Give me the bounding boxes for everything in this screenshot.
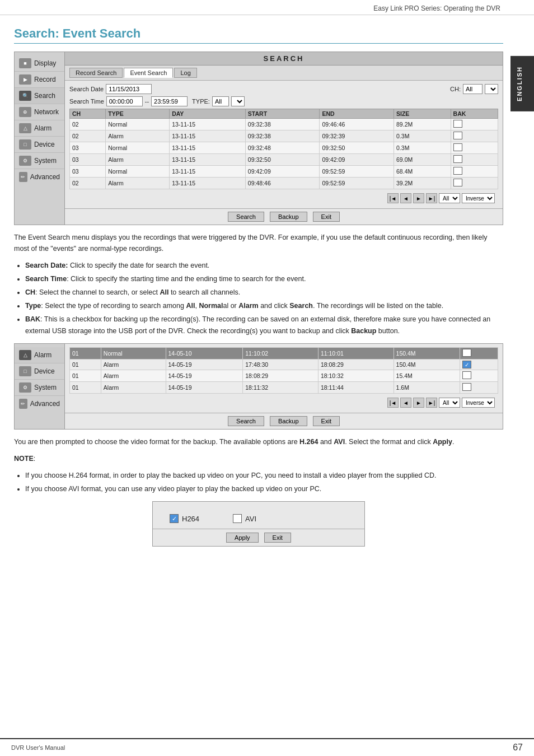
footer-manual-label: DVR User's Manual (11, 744, 65, 751)
nav2-first[interactable]: |◄ (387, 398, 399, 408)
bullet-bak: BAK: This is a checkbox for backing up t… (25, 314, 503, 338)
col-bak: BAK (451, 109, 498, 119)
table-row: 02Normal13-11-1509:32:3809:46:4689.2M (70, 119, 498, 130)
table-row: 03Normal13-11-1509:42:0909:52:5968.4M (70, 166, 498, 178)
dvr-sidebar-1: ■ Display ▶ Record 🔍 Search ⊕ Network △ … (15, 52, 65, 225)
bullet-search-date: Search Date: Click to specify the date f… (25, 260, 503, 272)
sidebar-label-advanced: Advanced (30, 173, 60, 181)
sidebar2-label-advanced: Advanced (30, 400, 60, 408)
type-label: TYPE: (192, 98, 210, 105)
tab-event-search[interactable]: Event Search (124, 68, 173, 78)
avi-checkbox[interactable] (233, 514, 242, 523)
col-size: SIZE (394, 109, 451, 119)
sidebar-label-display: Display (34, 59, 56, 67)
network-icon: ⊕ (19, 107, 31, 117)
format-dialog: ✓ H264 AVI Apply Exit (152, 501, 365, 547)
nav-bar-2: |◄ ◄ ► ►| All Inverse (69, 396, 498, 409)
bak-checkbox[interactable] (453, 179, 462, 186)
col-ch: CH (70, 109, 106, 119)
bak-checkbox[interactable] (453, 132, 462, 139)
dvr-main-2: 01 Normal 14-05-10 11:10:02 11:10:01 150… (65, 344, 503, 429)
type-select[interactable]: ▼ (231, 96, 245, 106)
nav2-select-all[interactable]: All (439, 398, 460, 408)
format-exit-button[interactable]: Exit (264, 533, 291, 543)
bak-checkbox[interactable] (453, 167, 462, 175)
tab-record-search[interactable]: Record Search (69, 68, 123, 78)
nav2-select-inverse[interactable]: Inverse (462, 398, 495, 408)
apply-button[interactable]: Apply (226, 533, 259, 543)
note-header: NOTE: (14, 453, 503, 464)
search-date-input[interactable] (106, 84, 152, 94)
backup-button[interactable]: Backup (270, 212, 307, 222)
sidebar2-item-alarm[interactable]: △ Alarm (15, 347, 64, 363)
tab-log[interactable]: Log (174, 68, 196, 78)
nav-prev[interactable]: ◄ (400, 193, 411, 203)
search-button-2[interactable]: Search (228, 416, 264, 426)
sidebar2-label-alarm: Alarm (34, 351, 51, 359)
ch-select[interactable]: ▼ (485, 84, 498, 94)
sidebar-label-search: Search (34, 92, 55, 100)
bak-checkbox-checked[interactable]: ✓ (462, 361, 471, 368)
type-input[interactable] (212, 96, 229, 106)
sidebar-item-display[interactable]: ■ Display (15, 55, 64, 72)
h264-option[interactable]: ✓ H264 (170, 514, 199, 523)
bullet-type: Type: Select the type of recording to se… (25, 300, 503, 312)
dvr-tabs: Record Search Event Search Log (65, 66, 503, 81)
nav2-last[interactable]: ►| (426, 398, 437, 408)
page-number: 67 (513, 743, 523, 753)
nav-first[interactable]: |◄ (387, 193, 399, 203)
search-time-start[interactable] (106, 96, 143, 106)
bak-checkbox[interactable] (462, 383, 471, 391)
sidebar2-item-system[interactable]: ⚙ System (15, 380, 64, 396)
format-bottom-bar: Apply Exit (153, 529, 364, 546)
dvr-panel-2: △ Alarm □ Device ⚙ System ✏ Advanced (14, 343, 503, 430)
language-tab: ENGLISH (510, 56, 534, 111)
nav-select-inverse[interactable]: Inverse (462, 193, 495, 203)
table-row: 01Alarm14-05-1917:48:3018:08:29150.4M ✓ (70, 360, 498, 370)
sidebar-item-advanced[interactable]: ✏ Advanced (15, 169, 64, 185)
bak-checkbox[interactable] (453, 120, 462, 128)
search-time-label: Search Time (69, 98, 104, 105)
header-title: Easy Link PRO Series: Operating the DVR (373, 4, 500, 12)
nav-select-all[interactable]: All (439, 193, 460, 203)
dvr-panel-1: ■ Display ▶ Record 🔍 Search ⊕ Network △ … (14, 52, 503, 225)
sidebar-item-record[interactable]: ▶ Record (15, 72, 64, 88)
col-start: START (245, 109, 320, 119)
bak-checkbox[interactable] (462, 371, 471, 379)
sidebar-label-record: Record (34, 76, 56, 83)
sidebar-item-system[interactable]: ⚙ System (15, 153, 64, 169)
search-button[interactable]: Search (228, 212, 264, 222)
exit-button[interactable]: Exit (313, 212, 340, 222)
sidebar-item-search[interactable]: 🔍 Search (15, 88, 64, 104)
nav-next[interactable]: ► (413, 193, 424, 203)
backup-button-2[interactable]: Backup (270, 416, 307, 426)
nav-bar: |◄ ◄ ► ►| All Inverse (69, 192, 498, 205)
sidebar-label-device: Device (34, 141, 55, 148)
sidebar-item-alarm[interactable]: △ Alarm (15, 120, 64, 137)
time-sep: -- (145, 98, 149, 105)
alarm-icon-2: △ (19, 350, 31, 360)
table-row: 01Alarm14-05-1918:08:2918:10:3215.4M (70, 370, 498, 382)
table-row: 01Alarm14-05-1918:11:3218:11:441.6M (70, 382, 498, 394)
nav2-prev[interactable]: ◄ (400, 398, 411, 408)
search-time-end[interactable] (151, 96, 188, 106)
advanced-icon: ✏ (19, 172, 27, 182)
bak-checkbox[interactable] (453, 155, 462, 163)
sidebar-label-alarm: Alarm (34, 124, 51, 132)
sidebar2-item-advanced[interactable]: ✏ Advanced (15, 396, 64, 412)
avi-option[interactable]: AVI (233, 514, 256, 523)
h264-checkbox[interactable]: ✓ (170, 514, 179, 523)
table-row: 02Alarm13-11-1509:32:3809:32:390.3M (70, 130, 498, 142)
sidebar-item-device[interactable]: □ Device (15, 137, 64, 153)
nav2-next[interactable]: ► (413, 398, 424, 408)
sidebar2-item-device[interactable]: □ Device (15, 363, 64, 380)
nav-last[interactable]: ►| (426, 193, 437, 203)
exit-button-2[interactable]: Exit (313, 416, 340, 426)
dvr-bottom-bar-2: Search Backup Exit (65, 413, 503, 429)
bak-checkbox[interactable] (453, 143, 462, 151)
bak-checkbox[interactable] (462, 349, 471, 357)
sidebar-item-network[interactable]: ⊕ Network (15, 104, 64, 120)
ch-input[interactable] (463, 84, 483, 94)
dvr-search-area: Search Date CH: ▼ Search Time -- TYPE: ▼ (65, 81, 503, 208)
alarm-icon: △ (19, 123, 31, 133)
